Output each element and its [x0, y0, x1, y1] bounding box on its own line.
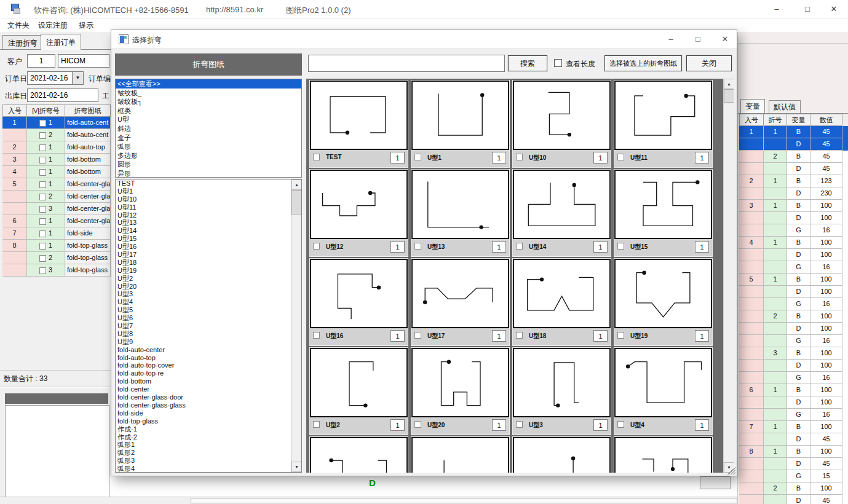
file-item[interactable]: fold-auto-center — [116, 346, 291, 354]
file-item[interactable]: U型11 — [116, 203, 291, 211]
row-checkbox[interactable] — [39, 218, 46, 225]
row-checkbox[interactable] — [39, 267, 46, 274]
tab-variables[interactable]: 变量 — [740, 99, 765, 113]
table-row[interactable]: 2fold-top-glass — [2, 252, 111, 264]
file-item[interactable]: fold-center — [116, 385, 291, 393]
drawing-thumbnail[interactable]: U型171 — [411, 259, 509, 345]
order-date-dropdown-icon[interactable]: ▼ — [72, 72, 83, 84]
drawing-thumbnail[interactable]: U型31 — [513, 348, 611, 435]
file-item[interactable]: U型7 — [116, 322, 291, 330]
thumbnail-count[interactable]: 1 — [695, 241, 709, 253]
drawing-thumbnail[interactable]: U型11 — [411, 81, 509, 167]
row-checkbox[interactable] — [39, 230, 46, 237]
thumbnail-count[interactable]: 1 — [593, 152, 608, 163]
file-item[interactable]: 弧形1 — [116, 441, 291, 449]
variable-row[interactable]: D100 — [739, 286, 848, 298]
thumbnail-count[interactable]: 1 — [390, 152, 405, 163]
select-selected-button[interactable]: 选择被选上的折弯图纸 — [604, 55, 682, 71]
search-input[interactable] — [308, 55, 505, 72]
table-row[interactable]: 3fold-center-gla — [2, 203, 111, 215]
bottom-right-button[interactable] — [700, 476, 731, 489]
drawing-thumbnail[interactable]: U型121 — [310, 170, 408, 256]
row-checkbox[interactable] — [39, 120, 46, 127]
drawing-thumbnail[interactable]: U型151 — [614, 170, 712, 256]
thumbnail-count[interactable]: 1 — [695, 419, 709, 431]
table-row[interactable]: 71fold-side — [2, 227, 111, 240]
drawing-thumbnail[interactable]: U型141 — [513, 170, 611, 256]
tab-register-bend[interactable]: 注册折弯 — [2, 35, 43, 50]
dialog-maximize-button[interactable]: □ — [684, 30, 711, 49]
thumbnail-checkbox[interactable] — [414, 154, 421, 160]
tab-defaults[interactable]: 默认值 — [769, 100, 801, 113]
variable-row[interactable]: 2B45 — [739, 151, 848, 163]
variable-row[interactable]: 3B100 — [739, 347, 848, 360]
category-item[interactable]: <<全部查看>> — [116, 79, 301, 89]
category-item[interactable]: 盒子 — [116, 133, 301, 143]
file-item[interactable]: U型12 — [116, 211, 291, 219]
category-item[interactable]: 弧形 — [116, 142, 301, 151]
drawing-thumbnail[interactable]: U型191 — [614, 259, 712, 345]
file-item[interactable]: U型8 — [116, 330, 291, 338]
category-item[interactable]: 皱纹板_ — [116, 89, 301, 98]
variable-row[interactable]: D45 — [739, 433, 848, 446]
thumbnail-checkbox[interactable] — [516, 243, 523, 250]
thumbnail-checkbox[interactable] — [313, 154, 320, 160]
variable-row[interactable]: D230 — [739, 187, 848, 200]
variable-row[interactable]: G16 — [739, 224, 848, 237]
file-item[interactable]: fold-bottom — [116, 377, 291, 385]
dialog-resize-grip[interactable] — [727, 467, 735, 474]
thumbnail-checkbox[interactable] — [617, 421, 624, 428]
drawing-thumbnail[interactable]: U型161 — [310, 259, 408, 345]
scroll-thumb[interactable] — [291, 190, 302, 215]
file-item[interactable]: TEST — [116, 179, 291, 187]
scroll-up-icon[interactable]: ▲ — [724, 79, 734, 89]
category-item[interactable]: U型 — [116, 115, 301, 124]
thumbnail-count[interactable]: 1 — [492, 330, 506, 342]
thumbnail-checkbox[interactable] — [414, 332, 421, 339]
drawing-thumbnail[interactable] — [411, 437, 509, 473]
table-row[interactable]: 41fold-bottom — [2, 166, 111, 178]
table-row[interactable]: 2fold-auto-cent — [2, 129, 111, 141]
menu-folder[interactable]: 文件夹 — [7, 20, 30, 31]
thumbnail-checkbox[interactable] — [516, 332, 523, 339]
variable-row[interactable]: 21B123 — [739, 175, 848, 187]
row-checkbox[interactable] — [39, 194, 46, 200]
drawing-thumbnail[interactable] — [310, 437, 408, 473]
category-item[interactable]: 框类 — [116, 106, 301, 116]
variable-row[interactable]: 71B100 — [739, 421, 848, 433]
dialog-close-button[interactable]: ✕ — [711, 30, 739, 49]
thumbnail-checkbox[interactable] — [313, 421, 320, 428]
grid-scrollbar[interactable]: ▲ ▼ — [723, 79, 734, 473]
tab-register-order[interactable]: 注册订单 — [41, 34, 81, 50]
file-item[interactable]: U型4 — [116, 298, 291, 306]
row-checkbox[interactable] — [39, 206, 46, 213]
variable-row[interactable]: D45 — [739, 495, 848, 504]
variable-row[interactable]: D45 — [739, 163, 848, 175]
file-item[interactable]: U型3 — [116, 290, 291, 298]
row-checkbox[interactable] — [39, 132, 46, 139]
thumbnail-count[interactable]: 1 — [390, 330, 405, 342]
variable-row[interactable]: 61B100 — [739, 384, 848, 396]
variable-row[interactable]: 31B100 — [739, 200, 848, 212]
thumbnail-checkbox[interactable] — [516, 154, 523, 160]
file-item[interactable]: U型13 — [116, 219, 291, 227]
thumbnail-count[interactable]: 1 — [492, 152, 506, 163]
thumbnail-checkbox[interactable] — [617, 154, 624, 160]
drawing-thumbnail[interactable]: TEST1 — [310, 81, 408, 167]
variable-row[interactable]: 41B100 — [739, 237, 848, 249]
thumbnail-count[interactable]: 1 — [492, 419, 506, 431]
maximize-button[interactable]: □ — [793, 0, 822, 18]
horizontal-scrollbar[interactable] — [191, 498, 737, 503]
variable-row[interactable]: 51B100 — [739, 274, 848, 286]
file-item[interactable]: 作成-1 — [116, 425, 291, 433]
variable-row[interactable]: 2B100 — [739, 310, 848, 323]
drawing-thumbnail[interactable]: U型21 — [310, 348, 408, 435]
file-item[interactable]: U型2 — [116, 275, 291, 283]
drawing-thumbnail[interactable]: U型181 — [513, 259, 611, 345]
category-item[interactable]: 异形 — [116, 169, 301, 178]
thumbnail-count[interactable]: 1 — [593, 419, 608, 431]
row-checkbox[interactable] — [39, 243, 46, 250]
row-checkbox[interactable] — [39, 255, 46, 262]
file-item[interactable]: U型9 — [116, 338, 291, 346]
table-row[interactable]: 21fold-auto-top — [2, 141, 111, 154]
